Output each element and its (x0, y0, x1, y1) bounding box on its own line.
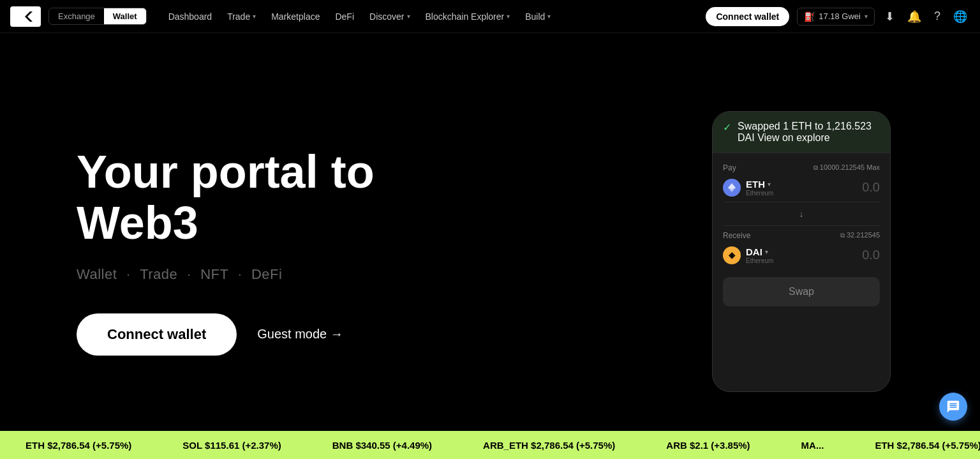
receive-row-label: Receive ⧉ 32.212545 (723, 231, 880, 240)
eth-amount[interactable]: 0.0 (862, 180, 880, 195)
eth-token-row: ETH ▾ Ethereum 0.0 (723, 179, 880, 197)
pay-balance: ⧉ 10000.212545 Max (813, 163, 880, 172)
subtitle-wallet: Wallet (77, 266, 117, 282)
connect-wallet-hero-button[interactable]: Connect wallet (77, 313, 237, 356)
phone-inner: ✓ Swapped 1 ETH to 1,216.523 DAI View on… (713, 112, 890, 317)
swap-success-content: Swapped 1 ETH to 1,216.523 DAI View on e… (738, 121, 880, 144)
connect-wallet-nav-button[interactable]: Connect wallet (706, 7, 789, 26)
subtitle-trade: Trade (140, 266, 177, 282)
exchange-wallet-toggle: Exchange Wallet (48, 8, 147, 25)
swap-section: Pay ⧉ 10000.212545 Max ETH (713, 153, 890, 317)
subtitle-defi: DeFi (251, 266, 282, 282)
dai-amount[interactable]: 0.0 (862, 248, 880, 262)
wallet-toggle-btn[interactable]: Wallet (104, 8, 146, 24)
receive-label: Receive (723, 231, 750, 240)
phone-mockup: ✓ Swapped 1 ETH to 1,216.523 DAI View on… (712, 111, 891, 392)
nav-build[interactable]: Build ▾ (519, 8, 557, 26)
copy-icon: ⧉ (840, 232, 845, 239)
pay-row-label: Pay ⧉ 10000.212545 Max (723, 163, 880, 172)
subtitle-nft: NFT (200, 266, 228, 282)
bell-icon[interactable]: 🔔 (905, 7, 924, 26)
chevron-down-icon: ▾ (547, 13, 551, 20)
nav-trade[interactable]: Trade ▾ (221, 8, 262, 26)
dai-token-icon: ◈ (723, 246, 741, 264)
view-on-explore-link[interactable]: View on explore (757, 132, 830, 143)
gas-pump-icon: ⛽ (804, 11, 815, 22)
eth-token-selector[interactable]: ETH ▾ Ethereum (723, 179, 773, 197)
swap-success-banner: ✓ Swapped 1 ETH to 1,216.523 DAI View on… (713, 112, 890, 153)
chevron-down-icon: ▾ (407, 13, 410, 20)
nav-blockchain-explorer[interactable]: Blockchain Explorer ▾ (419, 8, 517, 26)
chevron-down-icon: ▾ (765, 248, 768, 255)
hero-content: Your portal to Web3 Wallet · Trade · NFT… (77, 147, 459, 355)
hero-actions: Connect wallet Guest mode → (77, 313, 459, 356)
okx-logo[interactable] (10, 6, 41, 27)
hero-subtitle: Wallet · Trade · NFT · DeFi (77, 266, 459, 283)
nav-right: Connect wallet ⛽ 17.18 Gwei ▾ ⬇ 🔔 ? 🌐 (706, 7, 970, 26)
receive-balance: ⧉ 32.212545 (840, 231, 880, 239)
ticker-bar: ETH $2,786.54 (+5.75%) SOL $115.61 (+2.3… (0, 431, 980, 459)
chat-button[interactable] (939, 393, 967, 421)
list-item: ETH $2,786.54 (+5.75%) (0, 440, 157, 451)
svg-rect-8 (34, 11, 36, 22)
nav-links: Dashboard Trade ▾ Marketplace DeFi Disco… (162, 8, 706, 26)
list-item: SOL $115.61 (+2.37%) (157, 440, 306, 451)
list-item: ETH $2,786.54 (+5.75%) (849, 440, 980, 451)
navbar: Exchange Wallet Dashboard Trade ▾ Market… (0, 0, 980, 33)
svg-rect-6 (23, 11, 25, 22)
dot-separator: · (126, 266, 135, 282)
hero-section: Your portal to Web3 Wallet · Trade · NFT… (0, 33, 980, 431)
success-check-icon: ✓ (723, 121, 731, 133)
eth-token-icon (723, 179, 741, 197)
hero-title: Your portal to Web3 (77, 147, 459, 248)
dot-separator: · (187, 266, 195, 282)
globe-icon[interactable]: 🌐 (951, 7, 970, 26)
list-item: ARB $2.1 (+3.85%) (641, 440, 775, 451)
dai-token-row: ◈ DAI ▾ Ethereum 0.0 (723, 246, 880, 264)
dai-token-info: DAI ▾ Ethereum (746, 246, 773, 264)
chevron-down-icon: ▾ (768, 181, 771, 188)
chevron-down-icon: ▾ (253, 13, 256, 20)
list-item: ARB_ETH $2,786.54 (+5.75%) (457, 440, 641, 451)
swap-button[interactable]: Swap (723, 277, 880, 306)
guest-mode-link[interactable]: Guest mode → (257, 327, 343, 342)
gas-indicator[interactable]: ⛽ 17.18 Gwei ▾ (797, 8, 875, 26)
chevron-down-icon: ▾ (507, 13, 510, 20)
dai-token-selector[interactable]: ◈ DAI ▾ Ethereum (723, 246, 773, 264)
list-item: BNB $340.55 (+4.49%) (307, 440, 457, 451)
svg-rect-5 (15, 14, 20, 19)
nav-discover[interactable]: Discover ▾ (363, 8, 416, 26)
pay-label: Pay (723, 163, 736, 172)
nav-defi[interactable]: DeFi (329, 8, 360, 26)
help-icon[interactable]: ? (932, 7, 943, 26)
swap-direction-divider[interactable]: ↓ (723, 202, 880, 226)
download-icon[interactable]: ⬇ (882, 7, 897, 26)
chevron-down-icon: ▾ (865, 13, 868, 20)
exchange-toggle-btn[interactable]: Exchange (49, 8, 104, 24)
list-item: MA... (776, 440, 850, 451)
nav-marketplace[interactable]: Marketplace (265, 8, 326, 26)
swap-arrow-icon: ↓ (799, 209, 804, 219)
ticker-content: ETH $2,786.54 (+5.75%) SOL $115.61 (+2.3… (0, 440, 980, 451)
dot-separator: · (238, 266, 246, 282)
eth-token-info: ETH ▾ Ethereum (746, 179, 773, 197)
copy-icon: ⧉ (813, 164, 818, 171)
nav-dashboard[interactable]: Dashboard (162, 8, 219, 26)
